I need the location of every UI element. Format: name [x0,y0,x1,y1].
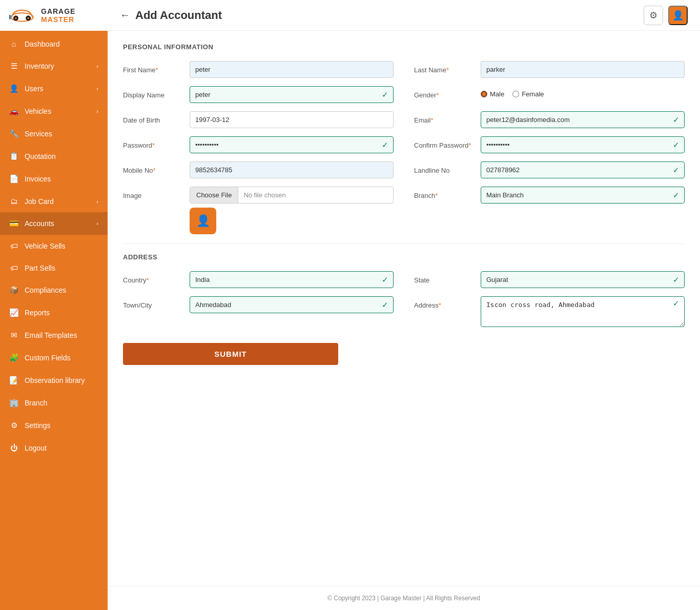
display-name-label: Display Name [123,86,190,99]
sidebar-item-users[interactable]: 👤 Users › [0,77,108,100]
sidebar-item-label: Compliances [25,286,66,294]
sidebar-item-label: Logout [25,444,47,452]
sidebar-item-settings[interactable]: ⚙ Settings [0,414,108,437]
town-select[interactable]: Ahmedabad [190,296,394,313]
sidebar-item-label: Invoices [25,175,51,183]
password-row: Password* ✓ [123,136,394,153]
sidebar-item-label: Branch [25,399,47,407]
gender-wrap: Male Female [481,86,544,98]
sidebar-item-invoices[interactable]: 📄 Invoices [0,168,108,190]
state-row: State Gujarat ✓ [414,271,685,288]
settings-gear-button[interactable]: ⚙ [644,6,663,25]
gender-female-radio[interactable] [512,91,519,97]
choose-file-button[interactable]: Choose File [190,187,238,203]
password-wrap: ✓ [190,136,394,153]
sidebar-item-jobcard[interactable]: 🗂 Job Card › [0,190,108,212]
sidebar-item-branch[interactable]: 🏢 Branch [0,392,108,414]
password-label: Password* [123,136,190,149]
address-textarea[interactable]: Iscon cross road, Ahmedabad [481,296,685,327]
sidebar-item-label: Reports [25,309,50,317]
sidebar-item-label: Vehicles [25,107,51,115]
town-wrap: Ahmedabad ✓ [190,296,394,313]
address-wrap: Iscon cross road, Ahmedabad ✓ [481,296,685,329]
country-select[interactable]: India [190,271,394,288]
sidebar-item-inventory[interactable]: ☰ Inventory › [0,55,108,77]
sidebar-item-label: Part Sells [25,264,55,272]
chevron-right-icon: › [96,86,98,92]
file-input-wrap: Choose File No file chosen [190,187,394,204]
confirm-password-row: Confirm Password* ✓ [414,136,685,153]
sidebar-item-vehicles[interactable]: 🚗 Vehicles › [0,100,108,123]
mobile-input[interactable] [190,161,394,178]
sidebar-item-dashboard[interactable]: ⌂ Dashboard [0,33,108,55]
gender-male-label[interactable]: Male [481,90,504,98]
dob-input[interactable] [190,111,394,128]
password-input[interactable] [190,136,394,153]
compliances-icon: 📦 [9,286,18,295]
sidebar-item-reports[interactable]: 📈 Reports [0,301,108,324]
services-icon: 🔧 [9,129,18,138]
sidebar-item-custom-fields[interactable]: 🧩 Custom Fields [0,347,108,369]
custom-fields-icon: 🧩 [9,353,18,362]
user-profile-button[interactable]: 👤 [668,6,688,25]
state-select[interactable]: Gujarat [481,271,685,288]
gender-row: Gender* Male Female [414,86,685,103]
last-name-wrap [481,61,685,78]
address-section: ADDRESS Country* India ✓ State [123,253,685,329]
back-button[interactable]: ← [120,9,130,21]
sidebar-item-vehicle-sells[interactable]: 🏷 Vehicle Sells [0,235,108,257]
sidebar-item-label: Settings [25,421,51,430]
logo-master: MASTER [41,15,75,24]
display-name-row: Display Name ✓ [123,86,394,103]
email-row: Email* ✓ [414,111,685,128]
chevron-right-icon: › [96,220,98,227]
mobile-wrap [190,161,394,178]
sidebar-item-label: Services [25,130,52,138]
sidebar-item-observation-library[interactable]: 📝 Observation library [0,369,108,392]
address-title: ADDRESS [123,253,685,261]
inventory-icon: ☰ [9,62,18,71]
last-name-row: Last Name* [414,61,685,78]
sidebar-item-quotation[interactable]: 📋 Quotation [0,145,108,168]
submit-wrap: SUBMIT [123,343,685,365]
file-name-label: No file chosen [238,187,393,203]
branch-icon: 🏢 [9,398,18,408]
personal-info-title: PERSONAL INFORMATION [123,43,685,51]
landline-row: Landline No ✓ [414,161,685,178]
sidebar-item-label: Inventory [25,62,54,70]
sidebar-item-email-templates[interactable]: ✉ Email Templates [0,324,108,347]
sidebar-item-label: Email Templates [25,331,77,339]
branch-select[interactable]: Main Branch [481,187,685,204]
vehicle-sells-icon: 🏷 [9,241,18,250]
gender-male-radio[interactable] [481,91,487,97]
town-row: Town/City Ahmedabad ✓ [123,296,394,329]
sidebar-item-accounts[interactable]: 💳 Accounts › [0,212,108,235]
email-templates-icon: ✉ [9,331,18,340]
settings-icon: ⚙ [9,421,18,430]
email-wrap: ✓ [481,111,685,128]
confirm-password-input[interactable] [481,136,685,153]
users-icon: 👤 [9,84,18,93]
sidebar-item-services[interactable]: 🔧 Services [0,123,108,145]
logout-icon: ⏻ [9,443,18,452]
sidebar-item-logout[interactable]: ⏻ Logout [0,437,108,459]
logo-text: GARAGE MASTER [41,7,75,24]
dashboard-icon: ⌂ [9,39,18,48]
submit-button[interactable]: SUBMIT [123,343,338,365]
first-name-input[interactable] [190,61,394,78]
footer: © Copyright 2023 | Garage Master | All R… [108,586,700,610]
display-name-input[interactable] [190,86,394,103]
last-name-input[interactable] [481,61,685,78]
gender-female-label[interactable]: Female [512,90,544,98]
landline-label: Landline No [414,161,481,174]
landline-input[interactable] [481,161,685,178]
chevron-right-icon: › [96,198,98,205]
sidebar-nav: ⌂ Dashboard ☰ Inventory › 👤 Users › 🚗 Ve… [0,31,108,459]
main-content: ← Add Accountant ⚙ 👤 PERSONAL INFORMATIO… [108,0,700,610]
sidebar-item-part-sells[interactable]: 🏷 Part Sells [0,257,108,279]
sidebar-item-compliances[interactable]: 📦 Compliances [0,279,108,301]
email-input[interactable] [481,111,685,128]
mobile-row: Mobile No* [123,161,394,178]
sidebar-item-label: Dashboard [25,40,60,48]
svg-point-2 [15,17,17,19]
